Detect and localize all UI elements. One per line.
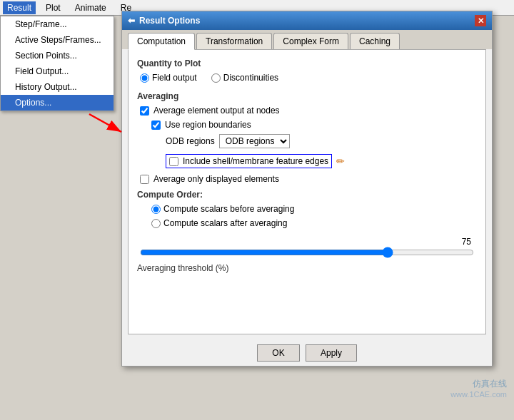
discontinuities-radio[interactable]: [211, 73, 221, 83]
dialog-titlebar: ⬅ Result Options ✕: [122, 11, 492, 30]
compute-order-radio-group: Compute scalars before averaging Compute…: [137, 204, 477, 228]
menu-section-points[interactable]: Section Points...: [1, 48, 114, 63]
use-region-checkbox[interactable]: [151, 121, 161, 130]
pencil-icon: ✏: [336, 155, 345, 167]
tab-complex-form[interactable]: Complex Form: [273, 33, 348, 49]
use-region-label: Use region boundaries: [165, 120, 251, 130]
avg-element-label: Average element output at nodes: [153, 106, 280, 116]
avg-element-row: Average element output at nodes: [137, 106, 477, 116]
compute-after-radio[interactable]: [151, 219, 161, 228]
odb-regions-label: ODB regions: [166, 136, 215, 146]
svg-line-1: [89, 114, 121, 132]
use-region-row: Use region boundaries: [137, 120, 477, 130]
menu-options[interactable]: Options...: [1, 95, 114, 111]
feature-edges-row: Include shell/membrane feature edges ✏: [137, 154, 477, 168]
field-output-option[interactable]: Field output: [140, 73, 197, 83]
odb-regions-row: ODB regions ODB regions: [137, 134, 477, 148]
feature-edges-label: Include shell/membrane feature edges: [183, 156, 328, 166]
averaging-threshold-slider[interactable]: [140, 247, 474, 258]
compute-after-label: Compute scalars after averaging: [163, 218, 287, 228]
compute-before-label: Compute scalars before averaging: [163, 204, 294, 214]
dialog-icon: ⬅: [128, 16, 135, 26]
slider-value-display: 75: [137, 237, 477, 247]
result-dropdown-menu: Step/Frame... Active Steps/Frames... Sec…: [0, 16, 114, 111]
feature-edges-highlight-box: Include shell/membrane feature edges: [166, 154, 332, 168]
apply-button[interactable]: Apply: [306, 344, 357, 362]
tab-transformation[interactable]: Transformation: [196, 33, 272, 49]
dialog-footer: OK Apply: [122, 340, 492, 366]
threshold-label: Averaging threshold (%): [137, 263, 477, 273]
menu-field-output[interactable]: Field Output...: [1, 63, 114, 79]
menu-result[interactable]: Result: [3, 1, 36, 14]
tab-computation[interactable]: Computation: [128, 33, 195, 50]
menu-history-output[interactable]: History Output...: [1, 79, 114, 95]
avg-element-checkbox[interactable]: [140, 106, 149, 116]
avg-displayed-row: Average only displayed elements: [137, 174, 477, 184]
watermark: 仿真在线 www.1CAE.com: [450, 378, 507, 399]
avg-displayed-label: Average only displayed elements: [153, 174, 279, 184]
result-options-dialog: ⬅ Result Options ✕ Computation Transform…: [121, 11, 493, 367]
field-output-radio[interactable]: [140, 73, 149, 83]
dialog-tabs: Computation Transformation Complex Form …: [122, 30, 492, 49]
watermark-cn-text: 仿真在线: [450, 378, 507, 390]
dialog-content-area: Quantity to Plot Field output Discontinu…: [128, 49, 486, 334]
feature-edges-checkbox[interactable]: [169, 157, 178, 166]
quantity-radio-group: Field output Discontinuities: [137, 73, 477, 83]
avg-displayed-checkbox[interactable]: [140, 175, 149, 184]
slider-container: [137, 247, 477, 260]
menu-active-steps[interactable]: Active Steps/Frames...: [1, 32, 114, 48]
field-output-label: Field output: [152, 73, 197, 83]
compute-before-radio[interactable]: [151, 205, 161, 214]
compute-before-option[interactable]: Compute scalars before averaging: [151, 204, 477, 214]
discontinuities-label: Discontinuities: [223, 73, 278, 83]
dialog-close-button[interactable]: ✕: [475, 15, 486, 26]
dialog-title: ⬅ Result Options: [128, 16, 200, 26]
slider-section: 75 Averaging threshold (%): [137, 237, 477, 273]
averaging-label: Averaging: [137, 91, 477, 101]
menu-step-frame[interactable]: Step/Frame...: [1, 16, 114, 32]
menu-animate[interactable]: Animate: [71, 1, 111, 14]
ok-button[interactable]: OK: [257, 344, 300, 362]
compute-order-section: Compute Order: Compute scalars before av…: [137, 190, 477, 228]
quantity-to-plot-label: Quantity to Plot: [137, 58, 477, 68]
odb-regions-select[interactable]: ODB regions: [219, 134, 290, 148]
compute-after-option[interactable]: Compute scalars after averaging: [151, 218, 477, 228]
compute-order-label: Compute Order:: [137, 190, 477, 200]
watermark-url: www.1CAE.com: [450, 390, 507, 399]
discontinuities-option[interactable]: Discontinuities: [211, 73, 278, 83]
tab-caching[interactable]: Caching: [350, 33, 400, 49]
menu-plot[interactable]: Plot: [41, 1, 65, 14]
